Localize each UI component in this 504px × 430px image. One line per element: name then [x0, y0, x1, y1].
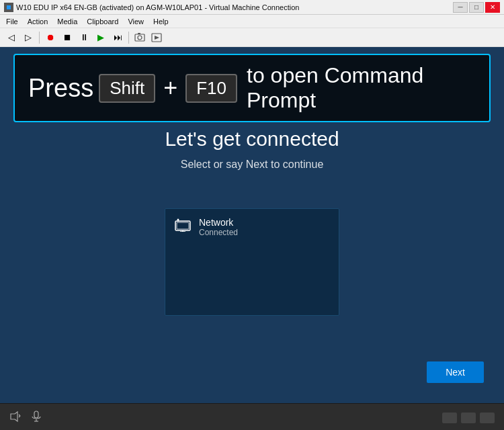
network-icon: [175, 218, 191, 236]
menu-action[interactable]: Action: [24, 17, 52, 26]
status-bar: [0, 403, 504, 430]
title-bar: W10 EDU IP x64 EN-GB (activated) on AGM-…: [0, 0, 504, 15]
window-controls[interactable]: ─ □ ✕: [453, 2, 500, 13]
toolbar: ◁ ▷ ⏺ ⏹ ⏸ ▶ ⏭: [0, 28, 504, 47]
svg-line-15: [19, 416, 20, 417]
network-name: Network: [199, 217, 238, 228]
to-open-text: to open Command Prompt: [247, 63, 476, 113]
close-button[interactable]: ✕: [485, 2, 500, 13]
menu-clipboard[interactable]: Clipboard: [83, 17, 122, 26]
status-bar-right: [442, 413, 495, 423]
shortcut-banner: Press Shift + F10 to open Command Prompt: [13, 54, 491, 122]
svg-rect-4: [138, 33, 140, 34]
app-icon: [4, 3, 13, 12]
svg-rect-16: [34, 411, 38, 418]
screenshot-button[interactable]: [132, 30, 147, 45]
window-title: W10 EDU IP x64 EN-GB (activated) on AGM-…: [16, 3, 299, 11]
plus-symbol: +: [161, 74, 180, 102]
menu-bar: File Action Media Clipboard View Help: [0, 15, 504, 28]
svg-rect-8: [177, 222, 189, 229]
microphone-icon[interactable]: [31, 411, 42, 425]
status-indicator-3: [480, 413, 495, 423]
audio-down-icon[interactable]: [9, 411, 22, 425]
network-area[interactable]: Network Connected: [165, 208, 339, 316]
title-bar-left: W10 EDU IP x64 EN-GB (activated) on AGM-…: [4, 3, 299, 12]
svg-point-3: [138, 36, 142, 40]
pause-button[interactable]: ⏸: [77, 30, 91, 45]
status-indicator-2: [461, 413, 476, 423]
toolbar-separator-2: [128, 32, 129, 44]
next-button[interactable]: Next: [427, 361, 484, 383]
vm-viewport: Press Shift + F10 to open Command Prompt…: [0, 47, 504, 403]
media-button[interactable]: [149, 30, 164, 45]
toolbar-separator-1: [39, 32, 40, 44]
svg-marker-6: [155, 36, 159, 40]
menu-help[interactable]: Help: [150, 17, 172, 26]
network-card[interactable]: Network Connected: [165, 208, 339, 316]
shift-key: Shift: [99, 74, 155, 103]
step-button[interactable]: ⏭: [110, 30, 125, 45]
maximize-button[interactable]: □: [469, 2, 484, 13]
main-subheading: Select or say Next to continue: [181, 159, 324, 171]
forward-button[interactable]: ▷: [21, 30, 36, 45]
svg-point-11: [177, 219, 179, 221]
f10-key: F10: [185, 74, 237, 103]
main-content: Let's get connected Select or say Next t…: [0, 128, 504, 171]
main-heading: Let's get connected: [165, 128, 339, 150]
menu-view[interactable]: View: [124, 17, 147, 26]
network-status: Connected: [199, 228, 238, 237]
menu-media[interactable]: Media: [54, 17, 81, 26]
press-label: Press: [28, 74, 93, 103]
svg-marker-13: [11, 412, 17, 421]
back-button[interactable]: ◁: [4, 30, 19, 45]
status-indicator-1: [442, 413, 457, 423]
record-button[interactable]: ⏺: [43, 30, 58, 45]
play-button[interactable]: ▶: [93, 30, 108, 45]
minimize-button[interactable]: ─: [453, 2, 468, 13]
network-info: Network Connected: [199, 217, 238, 237]
menu-file[interactable]: File: [3, 17, 22, 26]
status-bar-left: [9, 411, 42, 425]
svg-rect-1: [7, 5, 11, 9]
stop-button[interactable]: ⏹: [60, 30, 75, 45]
